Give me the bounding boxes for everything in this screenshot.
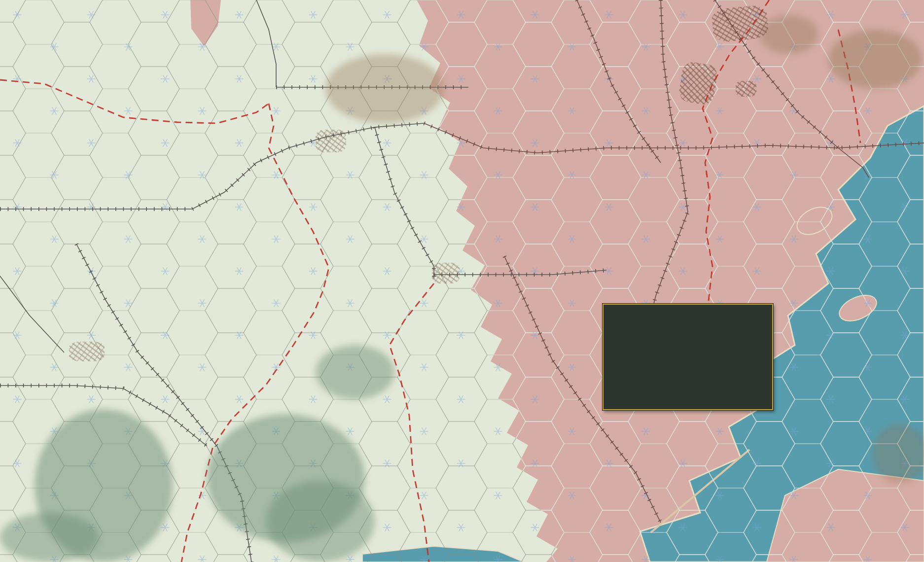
snow-speckle (0, 0, 924, 562)
terrain-layer (0, 0, 924, 562)
map-canvas[interactable] (0, 0, 924, 562)
hex-info-tooltip (603, 304, 773, 410)
